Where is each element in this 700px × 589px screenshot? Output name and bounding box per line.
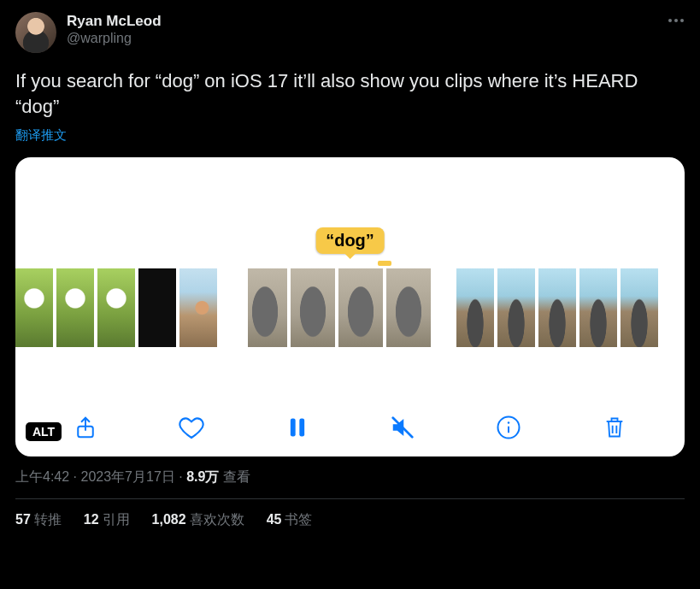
tweet-time[interactable]: 上午4:42 <box>15 469 69 484</box>
mute-icon[interactable] <box>385 410 420 445</box>
svg-point-1 <box>674 19 678 22</box>
views-label: 查看 <box>223 469 250 484</box>
playhead-marker <box>378 261 391 266</box>
clip-thumbnail[interactable] <box>621 268 658 347</box>
clip-thumbnail[interactable] <box>179 268 217 347</box>
media-toolbar <box>15 410 685 445</box>
clip-group[interactable] <box>456 268 658 347</box>
svg-rect-5 <box>299 419 304 437</box>
user-handle: @warpling <box>67 30 162 47</box>
clip-thumbnail[interactable] <box>538 268 576 347</box>
tweet: Ryan McLeod @warpling If you search for … <box>15 12 685 529</box>
clip-thumbnail[interactable] <box>386 268 431 347</box>
tweet-meta: 上午4:42 · 2023年7月17日 · 8.9万 查看 <box>15 468 685 486</box>
svg-point-8 <box>508 422 510 425</box>
clip-thumbnail[interactable] <box>497 268 535 347</box>
clip-thumbnail[interactable] <box>291 268 335 347</box>
pause-icon[interactable] <box>280 410 315 445</box>
clip-thumbnail[interactable] <box>456 268 494 347</box>
svg-point-2 <box>680 19 684 22</box>
bookmarks-stat[interactable]: 45书签 <box>267 511 313 529</box>
alt-badge[interactable]: ALT <box>26 422 62 441</box>
media-attachment[interactable]: “dog” <box>15 157 685 456</box>
search-tag-badge: “dog” <box>315 227 385 254</box>
trash-icon[interactable] <box>597 410 632 445</box>
share-icon[interactable] <box>68 410 103 445</box>
clip-thumbnail[interactable] <box>15 268 53 347</box>
tweet-stats: 57转推 12引用 1,082喜欢次数 45书签 <box>15 511 685 529</box>
info-icon[interactable] <box>491 410 526 445</box>
clip-thumbnail[interactable] <box>97 268 135 347</box>
heart-icon[interactable] <box>174 410 209 445</box>
more-icon[interactable] <box>661 12 685 29</box>
clip-thumbnail[interactable] <box>243 268 287 347</box>
clip-thumbnail[interactable] <box>56 268 94 347</box>
clip-thumbnail[interactable] <box>579 268 617 347</box>
retweets-stat[interactable]: 57转推 <box>15 511 62 529</box>
quotes-stat[interactable]: 12引用 <box>84 511 130 529</box>
clip-thumbnail[interactable] <box>138 268 176 347</box>
divider <box>15 498 685 499</box>
views-count: 8.9万 <box>186 469 219 484</box>
likes-stat[interactable]: 1,082喜欢次数 <box>152 511 244 529</box>
clip-group[interactable] <box>243 268 431 347</box>
clip-thumbnail[interactable] <box>338 268 383 347</box>
video-timeline[interactable] <box>15 268 685 347</box>
translate-link[interactable]: 翻译推文 <box>15 127 685 144</box>
svg-rect-4 <box>290 419 295 437</box>
tweet-header: Ryan McLeod @warpling <box>15 12 685 53</box>
tweet-text: If you search for “dog” on iOS 17 it’ll … <box>15 68 685 119</box>
tweet-date[interactable]: 2023年7月17日 <box>80 469 174 484</box>
svg-point-0 <box>668 19 672 22</box>
user-names[interactable]: Ryan McLeod @warpling <box>67 12 162 47</box>
clip-group[interactable] <box>15 268 217 347</box>
avatar[interactable] <box>15 12 56 53</box>
display-name: Ryan McLeod <box>67 12 162 30</box>
